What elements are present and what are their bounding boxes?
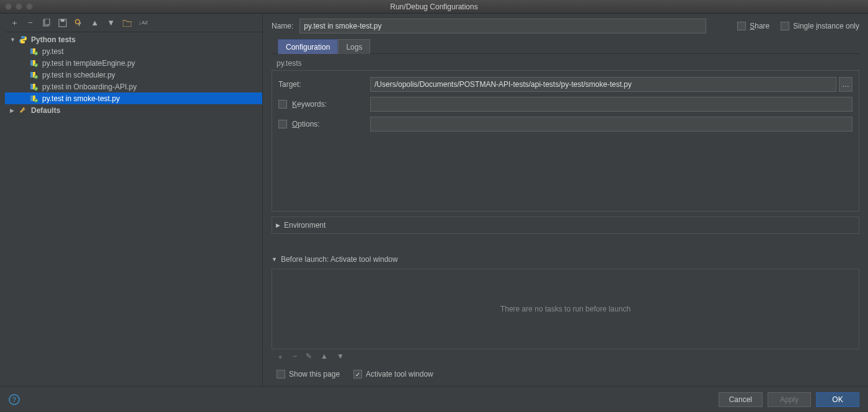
share-checkbox[interactable]	[737, 22, 746, 30]
environment-label: Environment	[284, 221, 326, 230]
config-item-label: py.test in templateEngine.py	[42, 59, 135, 68]
svg-rect-5	[30, 48, 33, 54]
before-launch-task-list: There are no tasks to run before launch	[272, 269, 859, 349]
config-form: Target: … Keywords: Options:	[272, 70, 859, 212]
show-page-label: Show this page	[289, 370, 340, 378]
sidebar-toolbar: ＋ − ▲ ▼ ↓AZ	[5, 14, 262, 32]
config-item-selected[interactable]: py.test in smoke-test.py	[5, 92, 262, 104]
keywords-checkbox[interactable]	[278, 100, 287, 109]
left-gutter	[0, 14, 5, 386]
titlebar: Run/Debug Configurations	[0, 0, 868, 14]
wrench-icon	[19, 106, 27, 115]
svg-rect-3	[61, 19, 64, 22]
config-item-label: py.test in Onboarding-API.py	[42, 83, 137, 91]
move-task-up-icon[interactable]: ▲	[321, 352, 328, 362]
tabs: Configuration Logs	[272, 38, 859, 54]
config-item-label: py.test in smoke-test.py	[42, 94, 120, 103]
chevron-down-icon[interactable]: ▼	[10, 37, 16, 43]
settings-icon[interactable]	[74, 19, 83, 27]
tree-group-python-tests[interactable]: ▼ Python tests	[5, 34, 262, 45]
target-label: Target:	[278, 80, 365, 89]
copy-icon[interactable]	[42, 19, 51, 27]
name-label: Name:	[272, 22, 293, 30]
options-label: Options:	[292, 120, 320, 128]
environment-panel: ▶ Environment	[272, 217, 859, 234]
environment-toggle[interactable]: ▶ Environment	[272, 218, 326, 232]
activate-tool-label: Activate tool window	[366, 370, 433, 378]
add-icon[interactable]: ＋	[10, 19, 19, 27]
before-launch-toggle[interactable]: ▼ Before launch: Activate tool window	[272, 253, 859, 266]
ok-button[interactable]: OK	[816, 392, 859, 407]
empty-tasks-label: There are no tasks to run before launch	[500, 305, 631, 313]
add-task-icon[interactable]: ＋	[277, 352, 284, 362]
edit-task-icon[interactable]: ✎	[306, 352, 312, 362]
options-input[interactable]	[370, 117, 852, 132]
keywords-label: Keywords:	[292, 100, 327, 109]
pytest-icon	[30, 71, 38, 79]
config-item[interactable]: py.test in templateEngine.py	[5, 57, 262, 69]
pytest-icon	[30, 94, 38, 103]
remove-task-icon[interactable]: −	[293, 352, 297, 362]
folder-icon[interactable]	[123, 19, 131, 27]
svg-rect-11	[30, 72, 33, 78]
help-icon[interactable]: ?	[9, 394, 20, 405]
svg-rect-1	[45, 19, 50, 25]
tab-configuration[interactable]: Configuration	[278, 39, 338, 54]
task-toolbar: ＋ − ✎ ▲ ▼	[272, 349, 859, 365]
config-item-label: py.test	[42, 47, 63, 56]
tree-group-label: Python tests	[31, 35, 76, 44]
save-icon[interactable]	[58, 19, 67, 27]
svg-rect-14	[30, 84, 33, 89]
move-task-down-icon[interactable]: ▼	[337, 352, 344, 362]
section-title: py.tests	[277, 59, 859, 68]
dialog-footer: ? Cancel Apply OK	[0, 386, 868, 412]
single-instance-checkbox[interactable]	[781, 22, 789, 30]
chevron-right-icon: ▶	[276, 222, 280, 228]
svg-rect-17	[30, 96, 33, 101]
move-up-icon[interactable]: ▲	[91, 19, 99, 27]
pytest-icon	[30, 59, 38, 68]
activate-tool-checkbox[interactable]: ✓	[353, 370, 362, 378]
target-input[interactable]	[370, 77, 836, 92]
chevron-right-icon[interactable]: ▶	[10, 107, 16, 114]
single-instance-label: Single instance only	[793, 22, 859, 30]
chevron-down-icon: ▼	[272, 256, 277, 262]
pytest-icon	[30, 47, 38, 56]
name-input[interactable]	[299, 19, 706, 34]
browse-button[interactable]: …	[839, 77, 852, 92]
svg-rect-8	[30, 60, 33, 66]
pytest-icon	[30, 83, 38, 91]
share-label: Share	[750, 22, 769, 30]
before-launch-label: Before launch: Activate tool window	[281, 255, 398, 264]
move-down-icon[interactable]: ▼	[107, 19, 115, 27]
show-page-checkbox[interactable]	[277, 370, 285, 378]
cancel-button[interactable]: Cancel	[719, 392, 763, 407]
tab-logs[interactable]: Logs	[338, 39, 370, 54]
config-item[interactable]: py.test in Onboarding-API.py	[5, 81, 262, 92]
keywords-input[interactable]	[370, 97, 852, 112]
config-item[interactable]: py.test in scheduler.py	[5, 69, 262, 81]
python-icon	[19, 35, 27, 44]
remove-icon[interactable]: −	[26, 19, 35, 27]
tree-group-label: Defaults	[31, 106, 60, 115]
sort-icon[interactable]: ↓AZ	[139, 19, 148, 27]
config-tree: ▼ Python tests py.test py.test in templa…	[5, 32, 262, 386]
window-title: Run/Debug Configurations	[0, 2, 868, 11]
options-checkbox[interactable]	[278, 120, 287, 128]
config-item-label: py.test in scheduler.py	[42, 71, 115, 79]
apply-button[interactable]: Apply	[768, 392, 811, 407]
tree-group-defaults[interactable]: ▶ Defaults	[5, 104, 262, 116]
config-item[interactable]: py.test	[5, 45, 262, 57]
